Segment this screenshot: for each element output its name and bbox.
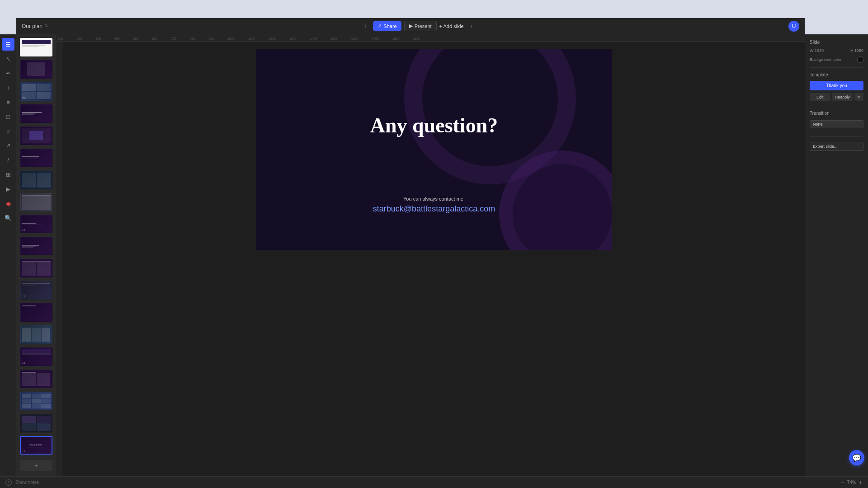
slide-sub-label: You can always contact me:: [256, 196, 612, 202]
canvas-scroll[interactable]: Any question? You can always contact me:…: [188, 72, 680, 434]
app-window: ‹ › ⊞ □ 🔒 ludus.one ⬇ ⧉ Our plan ✎ ‹: [188, 54, 680, 434]
slide-email: starbuck@battlestargalactica.com: [256, 204, 612, 214]
slide-sub-text: You can always contact me: starbuck@batt…: [256, 196, 612, 214]
slide-main-text[interactable]: Any question?: [370, 113, 498, 137]
slide-canvas[interactable]: Any question? You can always contact me:…: [256, 72, 612, 250]
app-body: Our plan ✎ ‹ ↗ Share ▶ Present + Add sli…: [188, 72, 680, 434]
canvas-area: 100 200 300 400 500 600 700 800 900 1000…: [188, 72, 680, 434]
